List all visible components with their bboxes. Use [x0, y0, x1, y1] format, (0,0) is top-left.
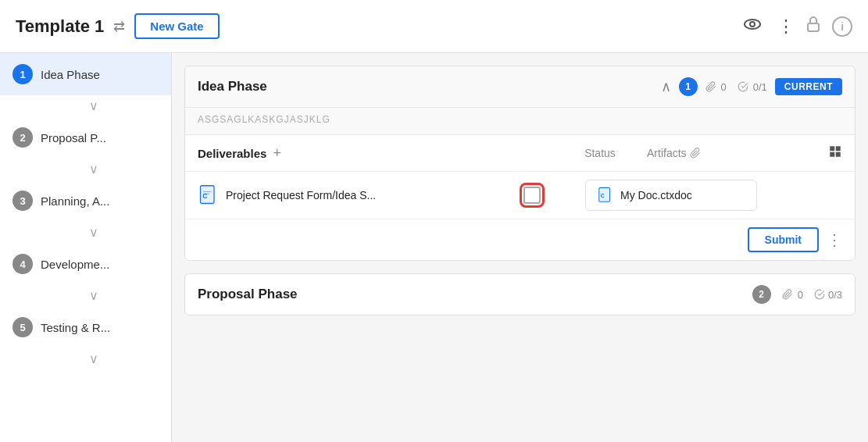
- deliverables-header: Deliverables + Status Artifacts: [185, 135, 855, 172]
- page-title: Template 1: [16, 16, 104, 37]
- sidebar-item-proposal[interactable]: 2 Proposal P...: [0, 116, 171, 159]
- sidebar-label-idea: Idea Phase: [41, 68, 100, 81]
- svg-rect-3: [830, 146, 834, 151]
- proposal-phase-title: Proposal Phase: [198, 287, 745, 302]
- main-layout: 1 Idea Phase ∨ 2 Proposal P... ∨ 3 Plann…: [0, 53, 868, 442]
- sidebar-badge-1: 1: [13, 64, 33, 84]
- svg-point-1: [750, 22, 755, 27]
- idea-phase-subtitle: ASGSAGLKASKGJASJKLG: [185, 108, 855, 135]
- proposal-phase-card: Proposal Phase 2 0 0/3: [184, 273, 855, 315]
- sidebar-chevron-4[interactable]: ∨: [0, 285, 171, 306]
- idea-phase-card: Idea Phase ∧ 1 0 0/1: [184, 66, 855, 261]
- new-gate-button[interactable]: New Gate: [134, 13, 219, 39]
- submit-button[interactable]: Submit: [748, 227, 819, 252]
- svg-point-0: [745, 20, 760, 29]
- more-options-footer-icon[interactable]: ⋮: [827, 230, 842, 249]
- idea-phase-header: Idea Phase ∧ 1 0 0/1: [185, 66, 855, 108]
- deliverable-row: C Project Request Form/Idea S...: [185, 172, 855, 219]
- sidebar-item-idea-phase[interactable]: 1 Idea Phase: [0, 53, 171, 95]
- document-icon: C: [198, 184, 220, 206]
- idea-phase-title: Idea Phase: [198, 79, 653, 94]
- proposal-checklist: 0/3: [814, 289, 842, 301]
- proposal-attachments: 0: [782, 289, 803, 301]
- svg-rect-6: [836, 152, 841, 157]
- deliverables-section: Deliverables + Status Artifacts: [185, 135, 855, 260]
- idea-phase-collapse-icon[interactable]: ∧: [661, 78, 671, 95]
- artifact-doc-icon: C: [597, 187, 614, 204]
- sidebar-item-planning[interactable]: 3 Planning, A...: [0, 180, 171, 222]
- svg-rect-10: [203, 191, 212, 192]
- idea-phase-checklist: 0/1: [738, 81, 767, 93]
- svg-text:C: C: [202, 192, 208, 200]
- sidebar-label-planning: Planning, A...: [41, 194, 109, 208]
- sidebar-chevron-2[interactable]: ∨: [0, 159, 171, 180]
- deliverables-label: Deliverables: [198, 147, 266, 160]
- sidebar-badge-3: 3: [13, 191, 33, 211]
- sidebar-label-testing: Testing & R...: [41, 321, 110, 334]
- idea-phase-attachments: 0: [705, 81, 727, 93]
- add-deliverable-icon[interactable]: +: [273, 145, 281, 162]
- refresh-icon[interactable]: ⇄: [113, 18, 125, 35]
- svg-rect-2: [808, 23, 819, 31]
- sidebar-chevron-5[interactable]: ∨: [0, 348, 171, 369]
- sidebar-label-proposal: Proposal P...: [41, 131, 106, 144]
- sidebar-badge-5: 5: [13, 317, 33, 337]
- sidebar-badge-2: 2: [13, 127, 33, 148]
- deliverable-item[interactable]: C Project Request Form/Idea S...: [198, 184, 479, 206]
- info-icon[interactable]: i: [832, 16, 852, 37]
- artifact-name: My Doc.ctxdoc: [620, 189, 692, 201]
- sidebar-item-development[interactable]: 4 Developme...: [0, 243, 171, 285]
- proposal-phase-header: Proposal Phase 2 0 0/3: [185, 274, 855, 315]
- status-column-header: Status: [553, 147, 647, 159]
- svg-rect-11: [203, 193, 209, 194]
- svg-text:C: C: [601, 193, 605, 198]
- status-checkbox[interactable]: [523, 187, 541, 204]
- status-checkbox-wrapper: [485, 187, 579, 204]
- more-options-icon[interactable]: ⋮: [777, 16, 795, 37]
- svg-rect-5: [830, 152, 834, 157]
- eye-icon[interactable]: [743, 15, 762, 38]
- artifact-item[interactable]: C My Doc.ctxdoc: [585, 180, 757, 211]
- header: Template 1 ⇄ New Gate ⋮ i: [0, 0, 868, 53]
- lock-icon[interactable]: [804, 15, 823, 37]
- svg-rect-4: [836, 146, 841, 151]
- content-area: Idea Phase ∧ 1 0 0/1: [172, 53, 868, 442]
- idea-phase-badge: 1: [679, 77, 698, 96]
- idea-phase-footer: Submit ⋮: [185, 219, 855, 260]
- sidebar-item-testing[interactable]: 5 Testing & R...: [0, 306, 171, 348]
- sidebar-label-development: Developme...: [41, 258, 109, 271]
- deliverable-name: Project Request Form/Idea S...: [226, 189, 376, 201]
- sidebar-chevron-1[interactable]: ∨: [0, 95, 171, 116]
- current-badge: CURRENT: [775, 78, 842, 95]
- grid-view-icon[interactable]: [828, 144, 842, 162]
- proposal-phase-badge: 2: [752, 285, 771, 304]
- artifacts-column-header: Artifacts: [647, 147, 819, 159]
- sidebar: 1 Idea Phase ∨ 2 Proposal P... ∨ 3 Plann…: [0, 53, 172, 442]
- sidebar-badge-4: 4: [13, 254, 33, 274]
- sidebar-chevron-3[interactable]: ∨: [0, 222, 171, 243]
